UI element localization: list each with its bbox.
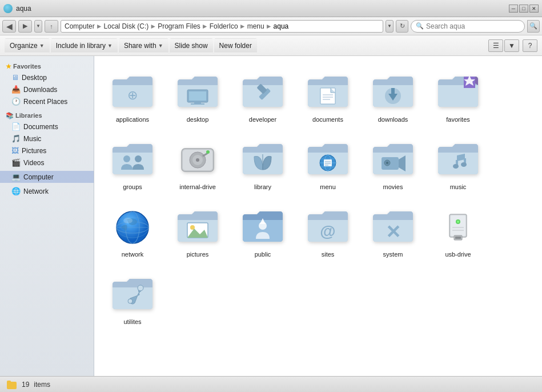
nav-dropdown[interactable]: ▼ [34,20,42,33]
recent-icon: 🕐 [11,97,21,106]
folder-icon-developer [240,68,286,114]
svg-point-22 [196,158,199,162]
back-button[interactable]: ◀ [2,20,16,33]
list-item[interactable]: developer [231,63,294,128]
file-label: developer [249,116,276,123]
folder-icon-applications: ⊕ [110,68,155,114]
list-item[interactable]: utilites [101,265,164,330]
new-folder-button[interactable]: New folder [214,38,257,53]
close-button[interactable]: ✕ [529,5,539,13]
folder-icon-downloads [370,68,416,114]
folder-icon-public [240,203,286,249]
list-item[interactable]: internal-drive [166,130,229,195]
file-label: sites [322,251,335,258]
list-item[interactable]: ⊕ applications [101,63,164,128]
sidebar-item-computer[interactable]: 💻 Computer [0,171,94,183]
file-label: downloads [378,116,408,123]
list-item[interactable]: documents [296,63,359,128]
path-programfiles[interactable]: Program Files [158,22,200,30]
sidebar: ★ Favorites 🖥 Desktop 📥 Downloads 🕐 Rece… [0,56,94,376]
path-computer[interactable]: Computer [65,22,95,30]
file-label: documents [312,116,343,123]
folder-icon-favorites [435,68,481,114]
file-label: usb-drive [445,251,471,258]
svg-rect-57 [451,215,465,236]
slide-show-button[interactable]: Slide show [170,38,213,53]
file-label: network [122,251,144,258]
up-button[interactable]: ↑ [45,20,58,33]
list-item[interactable]: movies [362,130,424,195]
list-item[interactable]: library [231,130,294,195]
sidebar-item-downloads[interactable]: 📥 Downloads [0,83,94,95]
file-label: utilites [123,318,141,325]
file-label: music [450,183,467,190]
status-bar: 19 items [0,376,542,392]
list-item[interactable]: music [427,130,489,195]
toolbar: Organize ▼ Include in library ▼ Share wi… [0,35,542,56]
path-dropdown[interactable]: ▼ [386,20,394,33]
sidebar-item-videos[interactable]: 🎬 Videos [0,157,94,169]
svg-rect-2 [189,91,206,101]
organize-button[interactable]: Organize ▼ [5,38,50,53]
path-localdisk[interactable]: Local Disk (C:) [104,22,149,30]
svg-text:✕: ✕ [386,222,401,242]
title-bar: aqua ─ □ ✕ [0,0,542,17]
window-icon [3,4,13,13]
sidebar-item-pictures[interactable]: 🖼 Pictures [0,145,94,157]
file-label: favorites [446,116,470,123]
list-item[interactable]: pictures [166,198,229,263]
folder-icon-movies [370,135,416,181]
file-label: internal-drive [179,183,216,190]
list-item[interactable]: desktop [166,63,229,128]
search-input[interactable] [426,22,520,30]
svg-point-48 [123,218,133,223]
path-menu[interactable]: menu [247,22,264,30]
svg-point-38 [386,162,388,164]
videos-icon: 🎬 [11,158,21,167]
minimize-button[interactable]: ─ [509,5,518,13]
libraries-section: 📚 Libraries 📄 Documents 🎵 Music 🖼 Pictur… [0,110,94,169]
file-label: menu [320,183,336,190]
refresh-button[interactable]: ↻ [396,20,408,33]
svg-point-16 [123,155,130,162]
list-item[interactable]: public [231,198,294,263]
help-button[interactable]: ? [523,39,537,52]
pictures-icon: 🖼 [11,146,19,155]
view-dropdown-button[interactable]: ▼ [504,39,519,52]
address-path[interactable]: Computer ► Local Disk (C:) ► Program Fil… [61,20,383,33]
sidebar-item-recent[interactable]: 🕐 Recent Places [0,95,94,107]
file-label: system [383,251,403,258]
view-details-button[interactable]: ☰ [488,39,503,52]
folder-icon-network [110,203,155,249]
address-bar: ◀ ▶ ▼ ↑ Computer ► Local Disk (C:) ► Pro… [0,17,542,35]
sidebar-item-music[interactable]: 🎵 Music [0,133,94,145]
sidebar-item-desktop[interactable]: 🖥 Desktop [0,71,94,83]
svg-text:@: @ [320,222,335,240]
search-button[interactable]: 🔍 [527,20,540,33]
list-item[interactable]: ✕ system [362,198,424,263]
list-item[interactable]: usb-drive [427,198,489,263]
sidebar-item-documents[interactable]: 📄 Documents [0,121,94,133]
computer-section: 💻 Computer [0,171,94,183]
list-item[interactable]: menu [296,130,359,195]
include-library-button[interactable]: Include in library ▼ [51,38,118,53]
folder-icon-music [435,135,481,181]
folder-icon-desktop [175,68,220,114]
path-aqua[interactable]: aqua [274,22,289,30]
sidebar-item-network[interactable]: 🌐 Network [0,185,94,197]
list-item[interactable]: groups [101,130,164,195]
list-item[interactable]: network [101,198,164,263]
list-item[interactable]: favorites [427,63,489,128]
folder-icon-menu [305,135,351,181]
forward-button[interactable]: ▶ [18,20,32,33]
maximize-button[interactable]: □ [519,5,528,13]
path-folderico[interactable]: FolderIco [210,22,238,30]
computer-icon: 💻 [11,173,21,181]
search-box[interactable]: 🔍 [411,20,525,33]
svg-point-17 [135,155,142,162]
file-label: applications [116,116,149,123]
list-item[interactable]: @ sites [296,198,359,263]
list-item[interactable]: downloads [362,63,424,128]
share-with-button[interactable]: Share with ▼ [119,38,168,53]
folder-icon-sites: @ [305,203,351,249]
